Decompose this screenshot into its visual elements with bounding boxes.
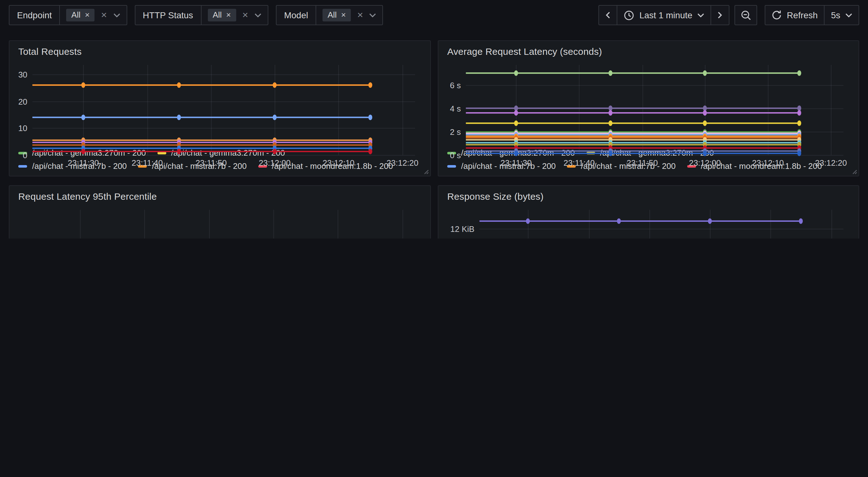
filter-http-status-value[interactable]: All× × <box>201 6 268 25</box>
filter-clear-icon[interactable]: × <box>357 10 363 20</box>
filter-clear-icon[interactable]: × <box>242 10 248 20</box>
magnifier-minus-icon <box>740 10 751 21</box>
time-and-refresh-controls: Last 1 minute Refresh 5s <box>598 5 859 25</box>
panel-response-size: Response Size (bytes) 0 B4 KiB8 KiB12 Ki… <box>438 185 859 239</box>
timeseries-plot[interactable]: 010203023:11:3023:11:4023:11:5023:12:002… <box>16 60 424 146</box>
time-shift-back-button[interactable] <box>598 5 617 25</box>
refresh-group: Refresh 5s <box>765 5 859 25</box>
svg-text:6 s: 6 s <box>450 81 461 90</box>
filter-model-label: Model <box>277 6 316 25</box>
panel-grid: Total Requests 010203023:11:3023:11:4023… <box>9 40 860 239</box>
chevron-down-icon <box>845 13 852 17</box>
dashboard-toolbar: Endpoint All× × HTTP Status All× × Model <box>0 0 868 40</box>
svg-text:12 KiB: 12 KiB <box>451 224 475 234</box>
filter-http-status-label: HTTP Status <box>135 6 201 25</box>
chevron-down-icon[interactable] <box>369 13 376 17</box>
svg-text:0 s: 0 s <box>450 151 461 160</box>
svg-text:23:12:20: 23:12:20 <box>386 158 418 168</box>
filter-model-value[interactable]: All× × <box>316 6 383 25</box>
svg-text:0: 0 <box>23 151 27 160</box>
timeseries-plot[interactable]: 0 B4 KiB8 KiB12 KiB23:11:3023:11:4023:11… <box>445 205 852 239</box>
panel-title[interactable]: Request Latency 95th Percentile <box>16 190 424 205</box>
panel-title[interactable]: Response Size (bytes) <box>445 190 852 205</box>
tag-remove-icon[interactable]: × <box>226 11 231 20</box>
panel-total-requests: Total Requests 010203023:11:3023:11:4023… <box>9 40 431 176</box>
filter-model[interactable]: Model All× × <box>276 5 383 25</box>
grafana-dashboard: Endpoint All× × HTTP Status All× × Model <box>0 0 868 239</box>
filter-clear-icon[interactable]: × <box>101 10 107 20</box>
refresh-icon <box>772 10 782 20</box>
svg-text:23:11:30: 23:11:30 <box>500 158 532 168</box>
time-range-label: Last 1 minute <box>639 10 692 20</box>
filter-endpoint[interactable]: Endpoint All× × <box>9 5 127 25</box>
filter-model-tag[interactable]: All× <box>322 9 351 22</box>
panel-resize-handle[interactable] <box>851 168 857 175</box>
panel-average-request-latency: Average Request Latency (seconds) 0 s2 s… <box>438 40 859 176</box>
panel-request-latency-p95: Request Latency 95th Percentile 23:11:30… <box>9 185 431 239</box>
refresh-interval-value: 5s <box>831 10 840 20</box>
svg-text:4 s: 4 s <box>450 104 461 113</box>
tag-remove-icon[interactable]: × <box>341 11 346 20</box>
filter-endpoint-tag[interactable]: All× <box>66 9 95 22</box>
panel-title[interactable]: Average Request Latency (seconds) <box>445 45 852 60</box>
timeseries-plot[interactable]: 0 s2 s4 s6 s23:11:3023:11:4023:11:5023:1… <box>445 60 852 146</box>
svg-text:10: 10 <box>18 123 27 133</box>
panel-title[interactable]: Total Requests <box>16 45 424 60</box>
svg-text:23:12:10: 23:12:10 <box>322 158 354 168</box>
refresh-button[interactable]: Refresh <box>765 5 825 25</box>
svg-text:20: 20 <box>18 97 27 107</box>
svg-text:23:12:00: 23:12:00 <box>689 158 721 168</box>
filter-endpoint-label: Endpoint <box>9 6 60 25</box>
svg-text:23:11:30: 23:11:30 <box>68 158 99 168</box>
time-range-picker-button[interactable]: Last 1 minute <box>617 5 711 25</box>
svg-text:23:12:00: 23:12:00 <box>258 158 290 168</box>
svg-text:23:11:40: 23:11:40 <box>563 158 595 168</box>
time-range-group: Last 1 minute <box>598 5 730 25</box>
svg-text:2 s: 2 s <box>450 127 461 137</box>
tag-remove-icon[interactable]: × <box>85 11 89 20</box>
filter-endpoint-value[interactable]: All× × <box>60 6 127 25</box>
svg-text:23:12:10: 23:12:10 <box>752 158 784 168</box>
chevron-down-icon <box>697 13 704 17</box>
filter-http-status-tag[interactable]: All× <box>208 9 236 22</box>
chevron-down-icon[interactable] <box>254 13 261 17</box>
svg-text:23:11:50: 23:11:50 <box>195 158 227 168</box>
timeseries-plot[interactable]: 23:11:3023:11:4023:11:5023:12:0023:12:10… <box>16 205 424 239</box>
zoom-out-time-button[interactable] <box>735 5 757 25</box>
chevron-left-icon <box>605 11 610 19</box>
refresh-interval-dropdown[interactable]: 5s <box>824 5 859 25</box>
svg-text:23:11:50: 23:11:50 <box>626 158 658 168</box>
chevron-right-icon <box>717 11 722 19</box>
refresh-label: Refresh <box>787 10 817 20</box>
filter-http-status[interactable]: HTTP Status All× × <box>134 5 268 25</box>
svg-text:23:11:40: 23:11:40 <box>132 158 163 168</box>
time-shift-forward-button[interactable] <box>711 5 730 25</box>
svg-text:30: 30 <box>18 70 27 80</box>
clock-icon <box>624 10 634 21</box>
template-variable-filters: Endpoint All× × HTTP Status All× × Model <box>9 5 383 25</box>
panel-resize-handle[interactable] <box>423 168 429 175</box>
svg-text:23:12:20: 23:12:20 <box>815 158 847 168</box>
chevron-down-icon[interactable] <box>113 13 120 17</box>
